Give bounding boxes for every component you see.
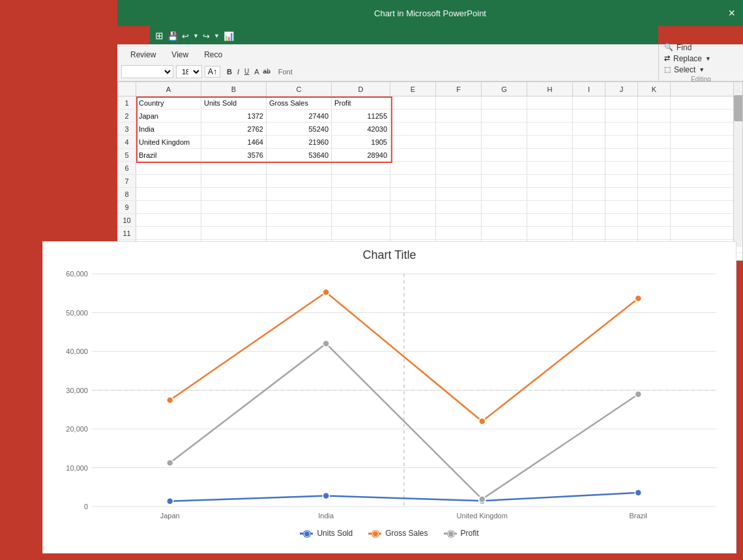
tab-review[interactable]: Review xyxy=(123,47,164,62)
table-cell[interactable] xyxy=(201,188,267,200)
table-cell[interactable] xyxy=(638,123,671,135)
table-cell[interactable] xyxy=(136,162,201,174)
table-cell[interactable] xyxy=(527,149,573,161)
table-cell[interactable] xyxy=(573,123,605,135)
table-cell[interactable] xyxy=(527,175,573,187)
table-cell[interactable] xyxy=(573,201,605,213)
undo-dropdown-icon[interactable]: ▼ xyxy=(193,33,199,39)
table-cell[interactable] xyxy=(573,136,605,148)
table-cell[interactable] xyxy=(527,188,573,200)
table-cell[interactable] xyxy=(482,123,527,135)
table-cell[interactable] xyxy=(390,149,436,161)
table-cell[interactable] xyxy=(390,175,436,187)
table-cell[interactable] xyxy=(605,96,638,109)
table-cell[interactable] xyxy=(201,214,267,226)
table-cell[interactable]: 42030 xyxy=(332,123,390,135)
table-cell[interactable]: 55240 xyxy=(267,123,332,135)
table-cell[interactable] xyxy=(201,227,267,239)
table-cell[interactable] xyxy=(527,96,573,109)
col-header-c[interactable]: C xyxy=(267,82,332,96)
font-color-btn[interactable]: A xyxy=(254,68,259,76)
table-cell[interactable] xyxy=(436,214,482,226)
table-cell[interactable] xyxy=(482,162,527,174)
col-header-i[interactable]: I xyxy=(573,82,605,96)
table-cell[interactable] xyxy=(136,227,201,239)
table-cell[interactable]: 1464 xyxy=(201,136,267,148)
table-cell[interactable] xyxy=(638,188,671,200)
table-cell[interactable] xyxy=(638,201,671,213)
table-cell[interactable] xyxy=(436,149,482,161)
table-cell[interactable] xyxy=(527,123,573,135)
col-header-e[interactable]: E xyxy=(390,82,436,96)
table-cell[interactable] xyxy=(332,214,390,226)
table-cell[interactable] xyxy=(267,227,332,239)
table-cell[interactable] xyxy=(436,123,482,135)
table-cell[interactable]: 53640 xyxy=(267,149,332,161)
table-cell[interactable] xyxy=(638,175,671,187)
table-cell[interactable] xyxy=(638,214,671,226)
table-cell[interactable] xyxy=(482,149,527,161)
table-cell[interactable] xyxy=(390,162,436,174)
table-cell[interactable] xyxy=(573,149,605,161)
table-cell[interactable] xyxy=(436,227,482,239)
table-cell[interactable] xyxy=(390,188,436,200)
table-cell[interactable] xyxy=(390,214,436,226)
table-cell[interactable] xyxy=(573,227,605,239)
font-size-select[interactable]: 18 xyxy=(176,65,202,78)
font-grow-button[interactable]: A↑ xyxy=(205,66,220,78)
table-cell[interactable] xyxy=(638,149,671,161)
table-cell[interactable] xyxy=(638,110,671,122)
table-cell[interactable] xyxy=(573,96,605,109)
table-cell[interactable] xyxy=(605,175,638,187)
table-cell[interactable] xyxy=(267,201,332,213)
table-cell[interactable] xyxy=(482,227,527,239)
table-cell[interactable] xyxy=(436,96,482,109)
table-cell[interactable] xyxy=(390,227,436,239)
table-cell[interactable] xyxy=(605,149,638,161)
table-cell[interactable]: 11255 xyxy=(332,110,390,122)
table-cell[interactable] xyxy=(638,136,671,148)
col-header-j[interactable]: J xyxy=(605,82,638,96)
table-cell[interactable] xyxy=(267,162,332,174)
table-cell[interactable] xyxy=(527,227,573,239)
table-cell[interactable] xyxy=(436,162,482,174)
col-header-h[interactable]: H xyxy=(527,82,573,96)
table-cell[interactable] xyxy=(482,96,527,109)
table-cell[interactable] xyxy=(332,175,390,187)
table-cell[interactable] xyxy=(201,201,267,213)
col-header-a[interactable]: A xyxy=(136,82,201,96)
tab-record[interactable]: Reco xyxy=(196,47,230,62)
table-cell[interactable]: 21960 xyxy=(267,136,332,148)
font-underline-btn[interactable]: U xyxy=(244,68,249,75)
table-cell[interactable]: 1372 xyxy=(201,110,267,122)
table-cell[interactable] xyxy=(605,214,638,226)
col-header-f[interactable]: F xyxy=(436,82,482,96)
table-cell[interactable] xyxy=(136,201,201,213)
select-dropdown-icon[interactable]: ▼ xyxy=(699,66,705,73)
table-cell[interactable] xyxy=(482,175,527,187)
table-cell[interactable] xyxy=(482,214,527,226)
find-button[interactable]: 🔍 Find xyxy=(664,43,738,52)
font-bold-btn[interactable]: B xyxy=(227,68,232,76)
table-cell[interactable] xyxy=(136,214,201,226)
table-cell[interactable] xyxy=(638,227,671,239)
table-cell[interactable] xyxy=(605,162,638,174)
table-cell[interactable] xyxy=(390,110,436,122)
font-family-select[interactable] xyxy=(121,65,173,78)
table-cell[interactable]: India xyxy=(136,123,201,135)
table-cell[interactable]: 28940 xyxy=(332,149,390,161)
col-header-d[interactable]: D xyxy=(332,82,390,96)
table-cell[interactable] xyxy=(436,175,482,187)
table-cell[interactable]: Gross Sales xyxy=(267,96,332,109)
table-cell[interactable] xyxy=(638,162,671,174)
excel-grid-icon[interactable]: ⊞ xyxy=(155,30,164,42)
table-cell[interactable]: Profit xyxy=(332,96,390,109)
table-cell[interactable] xyxy=(605,110,638,122)
table-cell[interactable] xyxy=(605,201,638,213)
font-strike-btn[interactable]: ab xyxy=(263,68,270,75)
table-cell[interactable] xyxy=(573,110,605,122)
table-cell[interactable] xyxy=(436,188,482,200)
redo-icon[interactable]: ↪ xyxy=(203,31,210,41)
table-cell[interactable] xyxy=(573,162,605,174)
table-cell[interactable] xyxy=(332,227,390,239)
